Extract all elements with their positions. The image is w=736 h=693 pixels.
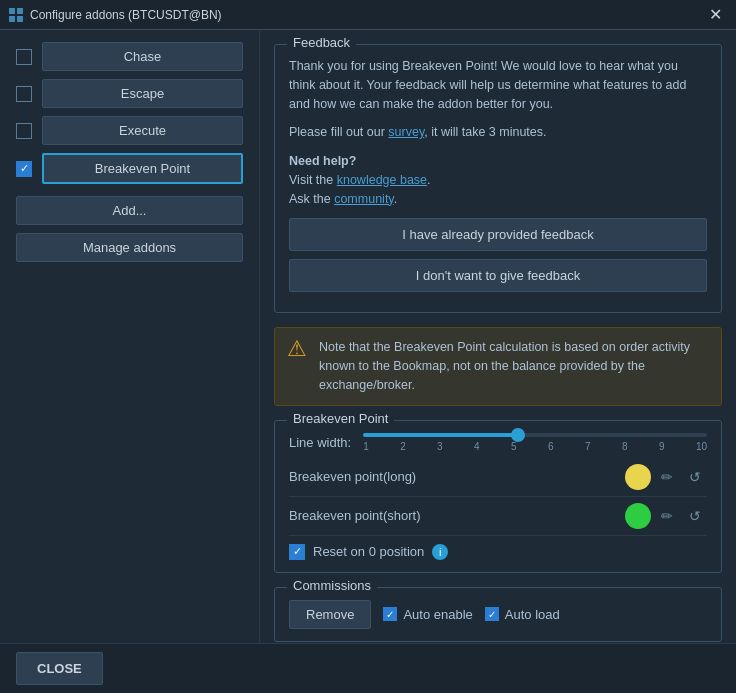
commissions-section: Commissions Remove Auto enable Auto load: [274, 587, 722, 642]
chase-checkbox[interactable]: [16, 49, 32, 65]
bottom-bar: CLOSE: [0, 643, 736, 693]
content-area: Feedback Thank you for using Breakeven P…: [260, 30, 736, 643]
visit-post: .: [427, 173, 430, 187]
window-close-button[interactable]: ✕: [703, 5, 728, 25]
breakeven-section: Breakeven Point Line width: 1 2 3 4 5 6: [274, 420, 722, 573]
warning-icon: ⚠: [287, 338, 307, 360]
add-addon-button[interactable]: Add...: [16, 196, 243, 225]
reset-checkbox[interactable]: [289, 544, 305, 560]
knowledge-base-link[interactable]: knowledge base: [337, 173, 427, 187]
tick-6: 6: [548, 441, 554, 452]
breakeven-checkbox[interactable]: [16, 161, 32, 177]
slider-ticks: 1 2 3 4 5 6 7 8 9 10: [363, 441, 707, 452]
short-color-swatch[interactable]: [625, 503, 651, 529]
slider-container: 1 2 3 4 5 6 7 8 9 10: [363, 433, 707, 452]
addon-item-escape: Escape: [16, 79, 243, 108]
tick-8: 8: [622, 441, 628, 452]
main-content: Chase Escape Execute Breakeven Point Add…: [0, 30, 736, 643]
svg-rect-1: [17, 8, 23, 14]
title-bar: Configure addons (BTCUSDT@BN) ✕: [0, 0, 736, 30]
close-main-button[interactable]: CLOSE: [16, 652, 103, 685]
feedback-survey-post: , it will take 3 minutes.: [424, 125, 546, 139]
reset-label: Reset on 0 position: [313, 544, 424, 559]
short-reset-icon[interactable]: ↺: [683, 506, 707, 526]
breakeven-section-title: Breakeven Point: [287, 411, 394, 426]
long-color-swatch[interactable]: [625, 464, 651, 490]
feedback-paragraph1: Thank you for using Breakeven Point! We …: [289, 57, 707, 113]
svg-rect-3: [17, 16, 23, 22]
line-width-slider-track[interactable]: [363, 433, 707, 437]
feedback-section: Feedback Thank you for using Breakeven P…: [274, 44, 722, 313]
tick-5: 5: [511, 441, 517, 452]
addon-item-chase: Chase: [16, 42, 243, 71]
auto-load-checkbox[interactable]: [485, 607, 499, 621]
help-title: Need help?: [289, 154, 356, 168]
warning-box: ⚠ Note that the Breakeven Point calculat…: [274, 327, 722, 405]
long-color-row: Breakeven point(long) ✏ ↺: [289, 458, 707, 497]
chase-button[interactable]: Chase: [42, 42, 243, 71]
ask-post: .: [394, 192, 397, 206]
short-color-row: Breakeven point(short) ✏ ↺: [289, 497, 707, 536]
window-title: Configure addons (BTCUSDT@BN): [30, 8, 222, 22]
tick-10: 10: [696, 441, 707, 452]
slider-fill: [363, 433, 518, 437]
auto-enable-label: Auto enable: [403, 607, 472, 622]
tick-3: 3: [437, 441, 443, 452]
dont-want-button[interactable]: I don't want to give feedback: [289, 259, 707, 292]
ask-pre: Ask the: [289, 192, 334, 206]
svg-rect-2: [9, 16, 15, 22]
short-label: Breakeven point(short): [289, 508, 625, 523]
breakeven-button[interactable]: Breakeven Point: [42, 153, 243, 184]
execute-button[interactable]: Execute: [42, 116, 243, 145]
tick-1: 1: [363, 441, 369, 452]
slider-thumb[interactable]: [511, 428, 525, 442]
line-width-row: Line width: 1 2 3 4 5 6 7 8: [289, 433, 707, 452]
auto-load-pair: Auto load: [485, 607, 560, 622]
tick-7: 7: [585, 441, 591, 452]
addon-item-breakeven: Breakeven Point: [16, 153, 243, 184]
tick-4: 4: [474, 441, 480, 452]
line-width-label: Line width:: [289, 435, 351, 450]
tick-2: 2: [400, 441, 406, 452]
manage-addons-button[interactable]: Manage addons: [16, 233, 243, 262]
already-provided-button[interactable]: I have already provided feedback: [289, 218, 707, 251]
info-icon[interactable]: i: [432, 544, 448, 560]
warning-text: Note that the Breakeven Point calculatio…: [319, 338, 709, 394]
auto-enable-pair: Auto enable: [383, 607, 472, 622]
long-label: Breakeven point(long): [289, 469, 625, 484]
svg-rect-0: [9, 8, 15, 14]
visit-pre: Visit the: [289, 173, 337, 187]
sidebar-actions: Add... Manage addons: [16, 196, 243, 262]
escape-button[interactable]: Escape: [42, 79, 243, 108]
feedback-survey-pre: Please fill out our: [289, 125, 388, 139]
escape-checkbox[interactable]: [16, 86, 32, 102]
feedback-title: Feedback: [287, 35, 356, 50]
commission-row: Remove Auto enable Auto load: [289, 600, 707, 629]
tick-9: 9: [659, 441, 665, 452]
community-link[interactable]: community: [334, 192, 394, 206]
sidebar: Chase Escape Execute Breakeven Point Add…: [0, 30, 260, 643]
auto-enable-checkbox[interactable]: [383, 607, 397, 621]
survey-link[interactable]: survey: [388, 125, 424, 139]
long-reset-icon[interactable]: ↺: [683, 467, 707, 487]
feedback-paragraph2: Please fill out our survey, it will take…: [289, 123, 707, 142]
help-text: Need help? Visit the knowledge base. Ask…: [289, 152, 707, 208]
app-icon: [8, 7, 24, 23]
short-edit-icon[interactable]: ✏: [655, 506, 679, 526]
remove-button[interactable]: Remove: [289, 600, 371, 629]
execute-checkbox[interactable]: [16, 123, 32, 139]
reset-row: Reset on 0 position i: [289, 544, 707, 560]
long-edit-icon[interactable]: ✏: [655, 467, 679, 487]
addon-item-execute: Execute: [16, 116, 243, 145]
auto-load-label: Auto load: [505, 607, 560, 622]
commissions-title: Commissions: [287, 578, 377, 593]
